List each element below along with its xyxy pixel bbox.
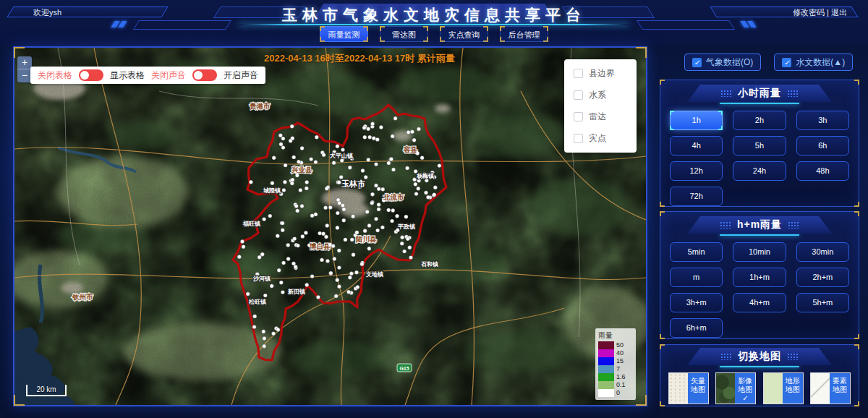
rain-station-dot[interactable] xyxy=(387,161,391,165)
rain-station-dot[interactable] xyxy=(346,290,350,294)
rain-station-dot[interactable] xyxy=(321,232,325,236)
rain-station-dot[interactable] xyxy=(374,162,378,166)
rain-station-dot[interactable] xyxy=(337,265,341,269)
hour-button-1h[interactable]: 1h xyxy=(670,111,723,130)
rain-station-dot[interactable] xyxy=(278,134,282,137)
basemap-option-terrain[interactable]: 地形地图 xyxy=(764,373,803,404)
rain-station-dot[interactable] xyxy=(281,229,284,232)
rain-station-dot[interactable] xyxy=(290,124,294,128)
rain-station-dot[interactable] xyxy=(291,178,294,182)
rain-station-dot[interactable] xyxy=(323,206,327,210)
rain-station-dot[interactable] xyxy=(246,292,250,296)
rain-station-dot[interactable] xyxy=(377,187,380,191)
rain-station-dot[interactable] xyxy=(237,255,241,259)
toggle-off-label[interactable]: 关闭声音 xyxy=(151,69,186,82)
rain-station-dot[interactable] xyxy=(276,234,279,238)
layer-option[interactable]: 雷达 xyxy=(574,111,627,123)
rain-station-dot[interactable] xyxy=(296,244,299,247)
rain-station-dot[interactable] xyxy=(283,180,286,184)
rain-station-dot[interactable] xyxy=(367,158,370,161)
hm-button-4hpm[interactable]: 4h+m xyxy=(733,293,786,312)
hour-button-5h[interactable]: 5h xyxy=(733,136,786,155)
nav-button[interactable]: 雨量监测 xyxy=(320,26,368,42)
rain-station-dot[interactable] xyxy=(305,187,308,190)
rain-station-dot[interactable] xyxy=(348,166,352,169)
rain-station-dot[interactable] xyxy=(336,226,339,229)
hour-button-3h[interactable]: 3h xyxy=(796,111,849,130)
data-source-button[interactable]: ✓气象数据(O) xyxy=(684,54,761,71)
rain-station-dot[interactable] xyxy=(332,161,336,165)
layer-option[interactable]: 水系 xyxy=(574,89,627,101)
checkbox-checked-icon[interactable]: ✓ xyxy=(692,58,702,67)
toggle-switch[interactable] xyxy=(192,69,217,81)
rain-station-dot[interactable] xyxy=(367,223,371,227)
rain-station-dot[interactable] xyxy=(305,283,309,286)
hm-button-10min[interactable]: 10min xyxy=(733,242,786,262)
rain-station-dot[interactable] xyxy=(270,284,273,288)
rain-station-dot[interactable] xyxy=(240,239,244,243)
rain-station-dot[interactable] xyxy=(263,336,266,340)
rain-station-dot[interactable] xyxy=(389,157,393,161)
hour-button-6h[interactable]: 6h xyxy=(796,136,849,155)
rain-station-dot[interactable] xyxy=(279,281,283,284)
rain-station-dot[interactable] xyxy=(252,325,256,328)
rain-station-dot[interactable] xyxy=(263,294,267,297)
rain-station-dot[interactable] xyxy=(364,175,367,179)
rain-station-dot[interactable] xyxy=(341,148,344,151)
checkbox-unchecked-icon[interactable] xyxy=(574,69,583,78)
checkbox-checked-icon[interactable]: ✓ xyxy=(782,58,791,67)
rain-station-dot[interactable] xyxy=(329,271,333,275)
hm-button-30min[interactable]: 30min xyxy=(796,242,849,262)
rain-station-dot[interactable] xyxy=(339,175,343,179)
rain-station-dot[interactable] xyxy=(360,263,364,266)
rain-station-dot[interactable] xyxy=(362,126,366,129)
rain-station-dot[interactable] xyxy=(310,214,314,218)
rain-station-dot[interactable] xyxy=(395,214,399,218)
hour-button-72h[interactable]: 72h xyxy=(670,187,723,206)
rain-station-dot[interactable] xyxy=(344,238,347,242)
rain-station-dot[interactable] xyxy=(414,192,418,195)
rain-station-dot[interactable] xyxy=(417,187,420,190)
rain-station-dot[interactable] xyxy=(408,246,412,249)
rain-station-dot[interactable] xyxy=(295,174,299,177)
rain-station-dot[interactable] xyxy=(367,247,371,250)
rain-station-dot[interactable] xyxy=(271,182,274,185)
rain-station-dot[interactable] xyxy=(320,258,323,262)
rain-station-dot[interactable] xyxy=(417,127,420,131)
rain-station-dot[interactable] xyxy=(281,145,285,149)
rain-station-dot[interactable] xyxy=(420,156,424,160)
hour-button-4h[interactable]: 4h xyxy=(670,136,723,155)
rain-station-dot[interactable] xyxy=(331,244,335,248)
rain-station-dot[interactable] xyxy=(361,169,365,172)
rain-station-dot[interactable] xyxy=(300,204,304,208)
rain-station-dot[interactable] xyxy=(292,155,296,159)
rain-station-dot[interactable] xyxy=(381,187,385,191)
rain-station-dot[interactable] xyxy=(414,182,417,186)
rain-station-dot[interactable] xyxy=(370,201,374,205)
rain-station-dot[interactable] xyxy=(328,205,332,209)
basemap-option-feature[interactable]: 要素地图 xyxy=(811,373,850,404)
rain-station-dot[interactable] xyxy=(368,135,372,139)
nav-button[interactable]: 灾点查询 xyxy=(440,26,488,42)
rain-station-dot[interactable] xyxy=(263,344,266,348)
hm-button-3hpm[interactable]: 3h+m xyxy=(670,293,723,312)
hm-button-m[interactable]: m xyxy=(670,268,723,287)
hm-button-2hpm[interactable]: 2h+m xyxy=(796,268,849,287)
rain-station-dot[interactable] xyxy=(349,272,353,276)
rain-station-dot[interactable] xyxy=(286,243,290,247)
rain-station-dot[interactable] xyxy=(426,195,430,199)
rain-station-dot[interactable] xyxy=(291,137,294,140)
rain-station-dot[interactable] xyxy=(299,188,302,192)
rain-station-dot[interactable] xyxy=(352,253,355,257)
rain-station-dot[interactable] xyxy=(363,229,367,233)
rain-station-dot[interactable] xyxy=(400,236,404,239)
rain-station-dot[interactable] xyxy=(305,180,309,184)
rain-station-dot[interactable] xyxy=(277,268,281,272)
rain-station-dot[interactable] xyxy=(424,191,427,195)
rain-station-dot[interactable] xyxy=(402,249,406,253)
toggle-off-label[interactable]: 关闭表格 xyxy=(38,69,72,82)
hour-button-12h[interactable]: 12h xyxy=(670,161,723,181)
hm-button-5hpm[interactable]: 5h+m xyxy=(796,293,849,312)
rain-station-dot[interactable] xyxy=(262,330,265,333)
rain-station-dot[interactable] xyxy=(315,135,318,139)
